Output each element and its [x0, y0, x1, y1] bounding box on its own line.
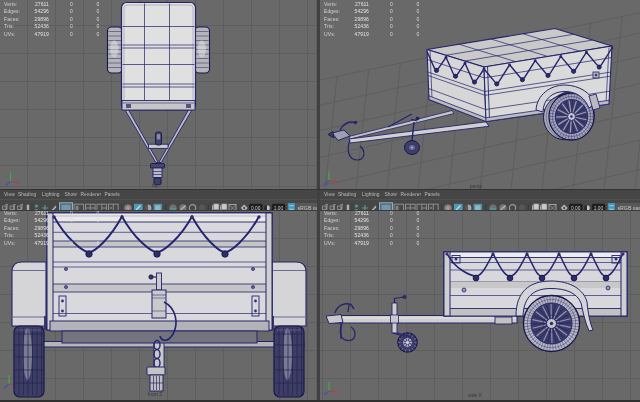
svg-text:front Z: front Z: [148, 391, 162, 397]
svg-text:1.00: 1.00: [594, 206, 604, 211]
svg-text:top: top: [152, 182, 159, 188]
svg-text:0.00: 0.00: [571, 206, 581, 211]
svg-text:1.00: 1.00: [274, 206, 284, 211]
svg-text:sRGB gamma: sRGB gamma: [618, 205, 640, 211]
svg-text:0.00: 0.00: [251, 206, 261, 211]
svg-text:side X: side X: [468, 392, 483, 398]
